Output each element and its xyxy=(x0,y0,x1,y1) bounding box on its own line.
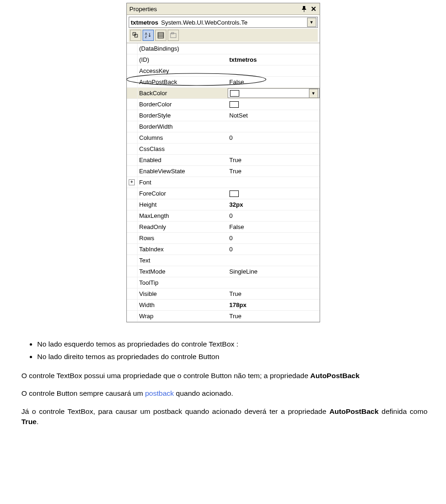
property-name: AccessKey xyxy=(138,67,228,74)
expand-icon[interactable]: + xyxy=(129,179,135,185)
keyword-postback: postback xyxy=(145,389,174,397)
property-name: Wrap xyxy=(138,313,228,320)
property-row[interactable]: Columns0 xyxy=(127,132,320,144)
property-row[interactable]: BackColor▼ xyxy=(127,88,320,99)
property-name: BorderColor xyxy=(138,101,228,108)
row-gutter xyxy=(127,233,138,243)
property-value[interactable]: 0 xyxy=(228,246,320,253)
chevron-down-icon[interactable]: ▼ xyxy=(309,89,318,98)
property-row[interactable]: +Font xyxy=(127,177,320,188)
property-value[interactable]: False xyxy=(228,223,320,230)
property-value[interactable]: False xyxy=(228,79,320,85)
property-name: BorderWidth xyxy=(138,123,228,130)
pin-icon[interactable] xyxy=(300,5,308,13)
row-gutter xyxy=(127,277,138,288)
paragraph: O controle TextBox possui uma propriedad… xyxy=(21,371,427,381)
object-selector[interactable]: txtmetros System.Web.UI.WebControls.Te ▼ xyxy=(129,17,318,28)
property-row[interactable]: Text xyxy=(127,255,320,266)
property-row[interactable]: AutoPostBackFalse xyxy=(127,77,320,88)
property-pages-button[interactable] xyxy=(168,30,179,41)
row-gutter xyxy=(127,288,138,299)
property-row[interactable]: VisibleTrue xyxy=(127,288,320,300)
panel-titlebar: Properties xyxy=(127,3,320,15)
row-gutter xyxy=(127,43,138,54)
property-row[interactable]: BorderColor xyxy=(127,99,320,110)
panel-title: Properties xyxy=(130,6,157,13)
property-row[interactable]: TextModeSingleLine xyxy=(127,266,320,277)
properties-toolbar: + AZ xyxy=(129,29,318,42)
property-value[interactable]: 178px xyxy=(228,301,320,308)
color-swatch xyxy=(230,101,239,108)
color-swatch xyxy=(230,90,239,97)
property-row[interactable]: ReadOnlyFalse xyxy=(127,222,320,233)
property-row[interactable]: MaxLength0 xyxy=(127,210,320,222)
property-row[interactable]: Rows0 xyxy=(127,233,320,244)
property-name: ToolTip xyxy=(138,279,228,286)
property-value[interactable]: ▼ xyxy=(228,88,320,98)
row-gutter xyxy=(127,311,138,321)
row-gutter xyxy=(127,199,138,210)
property-value[interactable]: 0 xyxy=(228,235,320,242)
property-row[interactable]: ToolTip xyxy=(127,277,320,288)
property-name: EnableViewState xyxy=(138,168,228,175)
categorized-button[interactable]: + xyxy=(130,30,141,41)
row-gutter xyxy=(127,65,138,76)
property-value[interactable]: True xyxy=(228,157,320,164)
property-row[interactable]: TabIndex0 xyxy=(127,244,320,255)
row-gutter xyxy=(127,188,138,199)
property-row[interactable]: BorderWidth xyxy=(127,121,320,132)
property-name: Text xyxy=(138,257,228,264)
chevron-down-icon[interactable]: ▼ xyxy=(307,18,316,27)
document-text: No lado esquerdo temos as propriedades d… xyxy=(0,339,446,427)
property-row[interactable]: EnabledTrue xyxy=(127,155,320,166)
property-row[interactable]: EnableViewStateTrue xyxy=(127,166,320,177)
properties-panel: Properties txtmetros System.Web.UI.WebCo… xyxy=(126,3,320,322)
property-value[interactable]: SingleLine xyxy=(228,268,320,275)
property-row[interactable]: ForeColor xyxy=(127,188,320,199)
property-value[interactable]: True xyxy=(228,313,320,320)
property-value[interactable]: 0 xyxy=(228,134,320,141)
row-gutter xyxy=(127,266,138,277)
property-name: TabIndex xyxy=(138,246,228,253)
object-type: System.Web.UI.WebControls.Te xyxy=(161,19,307,26)
property-row[interactable]: (ID)txtmetros xyxy=(127,54,320,65)
property-row[interactable]: AccessKey xyxy=(127,65,320,77)
property-row[interactable]: Width178px xyxy=(127,300,320,311)
property-row[interactable]: Height32px xyxy=(127,199,320,210)
property-row[interactable]: (DataBindings) xyxy=(127,43,320,54)
property-name: Font xyxy=(138,179,228,186)
property-value[interactable]: 32px xyxy=(228,201,320,208)
property-row[interactable]: CssClass xyxy=(127,144,320,155)
keyword-autopostback: AutoPostBack xyxy=(310,372,360,380)
property-grid: (DataBindings)(ID)txtmetrosAccessKeyAuto… xyxy=(127,43,320,322)
properties-button[interactable] xyxy=(155,30,166,41)
property-value[interactable]: True xyxy=(228,168,320,175)
property-value[interactable] xyxy=(228,101,320,108)
property-value[interactable]: 0 xyxy=(228,212,320,219)
property-name: TextMode xyxy=(138,268,228,275)
property-name: MaxLength xyxy=(138,212,228,219)
row-gutter xyxy=(127,300,138,310)
property-row[interactable]: BorderStyleNotSet xyxy=(127,110,320,121)
paragraph: Já o controle TextBox, para causar um po… xyxy=(21,406,427,427)
row-gutter xyxy=(127,210,138,221)
property-value[interactable]: True xyxy=(228,290,320,297)
row-gutter xyxy=(127,54,138,65)
bullet-item: No lado direito temos as propriedades do… xyxy=(37,352,427,362)
property-name: BorderStyle xyxy=(138,112,228,119)
alphabetical-button[interactable]: AZ xyxy=(143,30,154,41)
property-name: Enabled xyxy=(138,157,228,164)
row-gutter xyxy=(127,155,138,165)
keyword-true: True xyxy=(21,418,37,425)
property-name: Width xyxy=(138,301,228,308)
property-name: (DataBindings) xyxy=(138,45,228,52)
row-gutter xyxy=(127,77,138,87)
row-gutter xyxy=(127,88,138,98)
row-gutter xyxy=(127,222,138,232)
close-icon[interactable] xyxy=(309,5,318,13)
property-name: AutoPostBack xyxy=(138,79,228,85)
property-value[interactable] xyxy=(228,190,320,197)
property-value[interactable]: NotSet xyxy=(228,112,320,119)
property-row[interactable]: WrapTrue xyxy=(127,311,320,322)
property-value[interactable]: txtmetros xyxy=(228,56,320,63)
